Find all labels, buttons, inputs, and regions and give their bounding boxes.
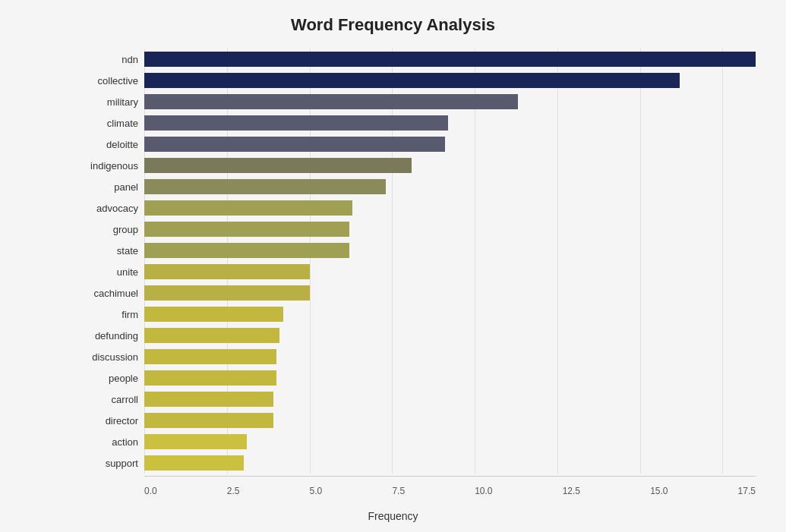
bar-row [144,389,756,409]
x-tick-label: 7.5 [392,486,405,496]
bar-row [144,92,756,112]
bar-row [144,156,756,175]
y-labels: ndncollectivemilitaryclimatedeloitteindi… [76,49,144,474]
y-label: action [76,432,138,452]
bar [144,307,283,322]
bar [144,158,412,173]
bar [144,370,276,386]
bar [144,413,273,428]
x-tick-label: 5.0 [310,486,323,496]
y-label: indigenous [76,156,138,175]
x-tick-label: 2.5 [227,486,240,496]
y-label: state [76,241,138,260]
y-label: discussion [76,347,138,367]
bar-row [144,219,756,239]
y-label: firm [76,304,138,324]
bar-row [144,71,756,90]
bar [144,328,279,343]
x-tick-label: 17.5 [738,486,756,496]
y-label: group [76,219,138,239]
bar-row [144,432,756,452]
bar [144,434,247,449]
bar [144,137,445,152]
bars-area: 0.02.55.07.510.012.515.017.5 [144,49,756,474]
bar-row [144,411,756,430]
y-label: defunding [76,326,138,345]
y-label: deloitte [76,134,138,154]
y-label: advocacy [76,198,138,218]
bar-row [144,368,756,388]
bar-row [144,326,756,345]
bar [144,52,756,67]
bar-row [144,241,756,260]
bar [144,285,310,301]
bar [144,392,273,407]
x-tick-label: 15.0 [650,486,668,496]
bar [144,222,349,237]
y-label: people [76,368,138,388]
bar-row [144,134,756,154]
bar-row [144,347,756,367]
x-tick-label: 0.0 [144,486,157,496]
bar-row [144,113,756,133]
y-label: unite [76,262,138,282]
x-axis-line [144,476,756,477]
bar [144,115,448,131]
y-label: support [76,453,138,473]
chart-title: Word Frequency Analysis [30,15,756,35]
y-label: director [76,411,138,430]
bar [144,73,680,88]
bar-row [144,262,756,282]
bar [144,179,386,194]
y-label: military [76,92,138,112]
bar-row [144,453,756,473]
bar [144,349,276,364]
bar [144,455,244,471]
x-tick-label: 12.5 [563,486,580,496]
y-label: ndn [76,49,138,69]
bar-row [144,304,756,324]
bar-row [144,177,756,197]
bar [144,243,349,258]
x-axis: 0.02.55.07.510.012.515.017.5 [144,486,756,496]
y-label: carroll [76,389,138,409]
bar [144,264,310,279]
y-label: panel [76,177,138,197]
x-axis-title: Frequency [30,510,756,522]
bar [144,94,518,109]
chart-container: Word Frequency Analysis ndncollectivemil… [0,0,786,532]
y-label: cachimuel [76,283,138,303]
chart-area: ndncollectivemilitaryclimatedeloitteindi… [76,49,756,474]
bar [144,200,352,216]
y-label: climate [76,113,138,133]
bar-row [144,198,756,218]
bar-row [144,49,756,69]
x-tick-label: 10.0 [475,486,492,496]
y-label: collective [76,71,138,90]
bar-row [144,283,756,303]
